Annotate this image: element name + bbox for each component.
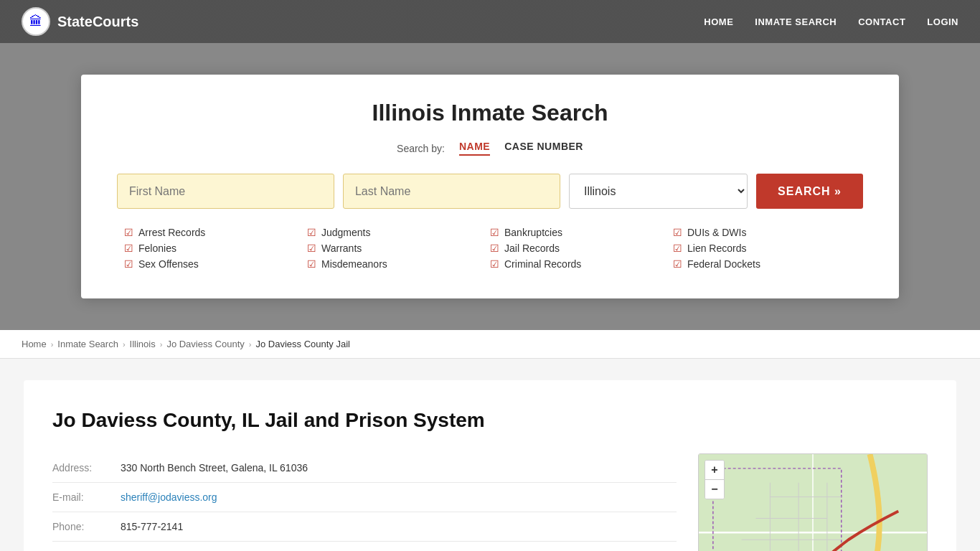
feature-label: Bankruptcies [504,227,562,238]
search-card: Illinois Inmate Search Search by: NAME C… [81,75,899,298]
map-zoom-out[interactable]: − [705,480,724,499]
logo-link[interactable]: 🏛 StateCourts [22,7,138,36]
check-icon: ☑ [307,258,316,270]
info-label: Address: [52,462,110,474]
feature-item: ☑Arrest Records [124,227,307,238]
breadcrumb-separator: › [249,340,252,349]
feature-item: ☑Sex Offenses [124,258,307,270]
nav-link-login[interactable]: LOGIN [927,17,958,27]
breadcrumb-link[interactable]: Inmate Search [57,339,118,349]
main-nav: HOMEINMATE SEARCHCONTACTLOGIN [704,15,958,28]
breadcrumb-link[interactable]: Jo Daviess County [166,339,244,349]
feature-item: ☑Criminal Records [490,258,673,270]
feature-item: ☑Misdemeanors [307,258,490,270]
breadcrumb-link[interactable]: Home [22,339,47,349]
breadcrumb-link[interactable]: Illinois [130,339,156,349]
breadcrumb-separator: › [51,340,54,349]
nav-link-contact[interactable]: CONTACT [858,17,905,27]
feature-item: ☑Jail Records [490,242,673,254]
first-name-input[interactable] [117,174,334,209]
search-by-row: Search by: NAME CASE NUMBER [117,141,863,156]
feature-label: Criminal Records [504,258,581,270]
check-icon: ☑ [673,258,682,270]
logo-text: StateCourts [57,14,138,30]
check-icon: ☑ [124,258,133,270]
hero-section: COURTHOUSE Illinois Inmate Search Search… [0,43,980,330]
feature-label: Warrants [321,242,362,254]
check-icon: ☑ [307,227,316,238]
check-icon: ☑ [307,242,316,254]
feature-item: ☑Bankruptcies [490,227,673,238]
nav-link-inmate-search[interactable]: INMATE SEARCH [755,17,837,27]
info-table: Address:330 North Bench Street, Galena, … [52,453,677,551]
check-icon: ☑ [490,258,499,270]
breadcrumb-separator: › [123,340,126,349]
feature-item: ☑Felonies [124,242,307,254]
search-button[interactable]: SEARCH » [756,174,863,209]
search-inputs: Illinois Alabama Alaska Arizona SEARCH » [117,174,863,209]
check-icon: ☑ [124,227,133,238]
info-label: Phone: [52,521,110,532]
info-row: Phone:815-777-2141 [52,512,677,542]
site-header: 🏛 StateCourts HOMEINMATE SEARCHCONTACTLO… [0,0,980,43]
state-select[interactable]: Illinois Alabama Alaska Arizona [569,174,748,209]
feature-label: Misdemeanors [321,258,387,270]
tab-case-number[interactable]: CASE NUMBER [504,141,583,156]
feature-label: Jail Records [504,242,560,254]
map-area: + − [698,453,928,551]
search-title: Illinois Inmate Search [117,100,863,126]
breadcrumb: Home›Inmate Search›Illinois›Jo Daviess C… [0,330,980,359]
feature-label: Felonies [138,242,176,254]
feature-label: Lien Records [687,242,747,254]
jail-title: Jo Daviess County, IL Jail and Prison Sy… [52,409,928,432]
feature-item: ☑DUIs & DWIs [673,227,856,238]
map-controls: + − [705,460,725,499]
info-row: Fax:815-777-9284 [52,542,677,551]
check-icon: ☑ [673,242,682,254]
feature-item: ☑Federal Dockets [673,258,856,270]
info-value: 330 North Bench Street, Galena, IL 61036 [121,462,308,474]
feature-label: DUIs & DWIs [687,227,746,238]
main-content: Jo Daviess County, IL Jail and Prison Sy… [0,359,980,551]
info-row: E-mail:sheriff@jodaviess.org [52,483,677,512]
features-grid: ☑Arrest Records☑Judgments☑Bankruptcies☑D… [117,227,863,270]
content-card: Jo Daviess County, IL Jail and Prison Sy… [24,380,956,551]
map-zoom-in[interactable]: + [705,461,724,479]
check-icon: ☑ [490,242,499,254]
info-link[interactable]: sheriff@jodaviess.org [121,491,217,503]
logo-icon: 🏛 [22,7,50,36]
info-label: E-mail: [52,491,110,503]
feature-item: ☑Lien Records [673,242,856,254]
feature-label: Sex Offenses [138,258,199,270]
feature-item: ☑Warrants [307,242,490,254]
breadcrumb-current: Jo Daviess County Jail [255,339,350,349]
check-icon: ☑ [490,227,499,238]
check-icon: ☑ [124,242,133,254]
feature-item: ☑Judgments [307,227,490,238]
nav-link-home[interactable]: HOME [704,17,733,27]
tab-name[interactable]: NAME [459,141,490,156]
info-row: Address:330 North Bench Street, Galena, … [52,453,677,483]
feature-label: Judgments [321,227,370,238]
last-name-input[interactable] [343,174,560,209]
feature-label: Federal Dockets [687,258,760,270]
map-svg [699,454,927,551]
info-layout: Address:330 North Bench Street, Galena, … [52,453,928,551]
breadcrumb-separator: › [160,340,163,349]
info-value: 815-777-2141 [121,521,183,532]
feature-label: Arrest Records [138,227,205,238]
check-icon: ☑ [673,227,682,238]
search-by-label: Search by: [397,143,445,154]
